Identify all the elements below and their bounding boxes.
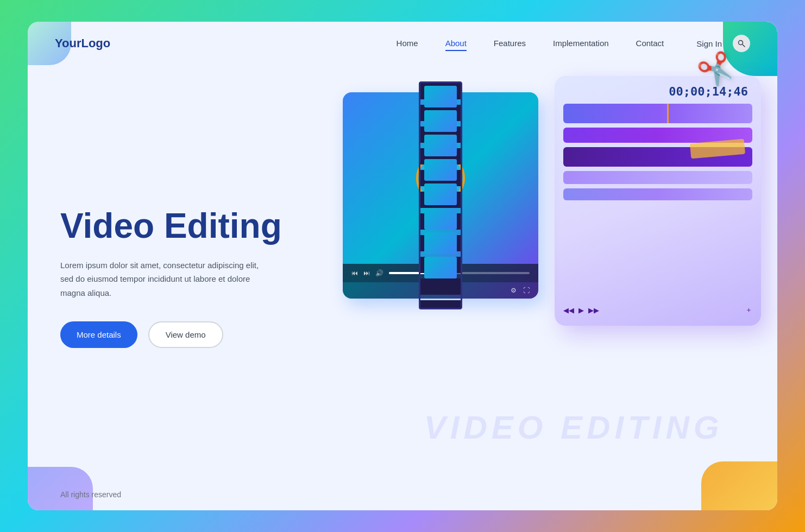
settings-icon[interactable]: ⚙ [511,287,517,294]
film-frame-5 [424,183,457,205]
signin-button[interactable]: Sign In [696,39,722,48]
svg-line-1 [743,45,745,47]
search-button[interactable] [733,35,750,52]
film-frame-2 [424,110,457,132]
film-frame-4 [424,159,457,181]
volume-icon[interactable]: 🔊 [375,269,383,277]
tool-icon-3[interactable]: ▶▶ [588,306,599,314]
main-content: Video Editing Lorem ipsum dolor sit amet… [28,65,777,479]
svg-point-0 [739,41,743,45]
hero-description: Lorem ipsum dolor sit amet, consectetur … [60,258,267,300]
left-panel: Video Editing Lorem ipsum dolor sit amet… [28,65,310,479]
footer-rights: All rights reserved [60,490,121,499]
editing-panel-card: 00;00;14;46 ◀◀ ▶ ▶▶ ＋ [555,76,761,326]
nav-item-features[interactable]: Features [494,39,526,48]
cta-buttons: More details View demo [60,321,283,348]
fullscreen-icon[interactable]: ⛶ [523,287,530,294]
nav-right: Sign In [696,35,750,52]
search-icon [738,40,745,47]
timecode-display: 00;00;14;46 [563,85,752,98]
footer: All rights reserved [28,479,777,510]
nav-item-home[interactable]: Home [397,39,418,48]
nav-item-contact[interactable]: Contact [636,39,664,48]
more-details-button[interactable]: More details [60,321,137,348]
right-panel: VIDEO EDITING ✂️ [310,65,777,479]
nav-item-about[interactable]: About [445,39,467,48]
timeline-cursor[interactable] [667,104,669,123]
navbar: YourLogo Home About Features Implementat… [28,22,777,65]
nav-item-implementation[interactable]: Implementation [553,39,609,48]
timeline-track-light [563,171,752,184]
logo[interactable]: YourLogo [55,36,110,50]
page-container: YourLogo Home About Features Implementat… [28,22,777,510]
tool-icon-add[interactable]: ＋ [745,305,752,315]
tool-icon-2[interactable]: ▶ [578,306,584,314]
watermark-text: VIDEO EDITING [424,409,724,446]
timeline-track-video-1 [563,104,752,123]
film-frame-6 [424,208,457,230]
edit-timeline [563,104,752,297]
skip-icon[interactable]: ⏭ [363,269,370,277]
nav-links: Home About Features Implementation Conta… [397,39,664,48]
timeline-track-video-3 [563,188,752,200]
tool-icon-1[interactable]: ◀◀ [563,306,574,314]
prev-icon[interactable]: ⏮ [351,269,358,277]
film-frame-8 [424,257,457,278]
film-frame-7 [424,232,457,254]
editing-toolbar: ◀◀ ▶ ▶▶ ＋ [563,303,752,317]
film-frame-1 [424,86,457,107]
film-frame-3 [424,135,457,156]
film-strip [419,81,462,309]
view-demo-button[interactable]: View demo [148,321,223,348]
hero-title: Video Editing [60,207,283,245]
